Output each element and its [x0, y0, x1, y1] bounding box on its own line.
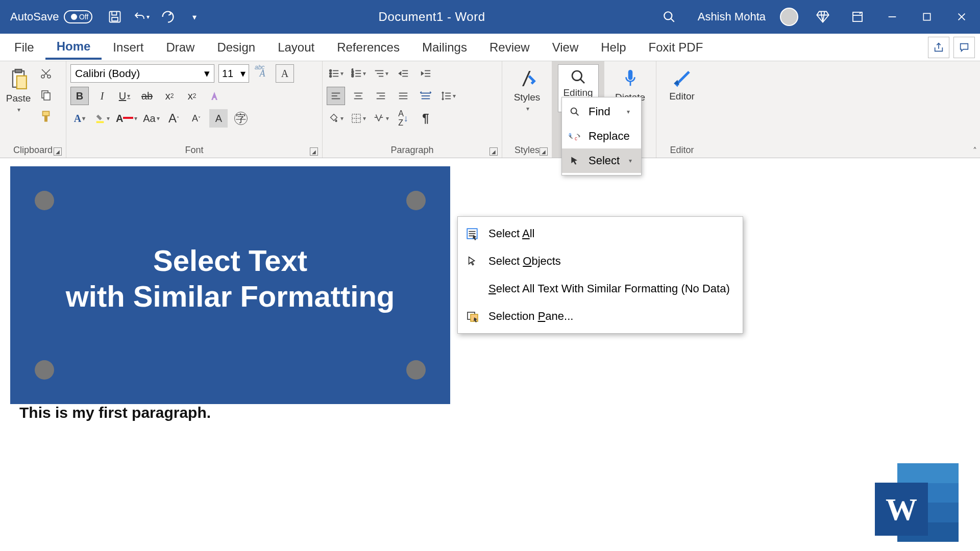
select-objects-item[interactable]: Select Objects	[458, 247, 743, 275]
svg-point-63	[572, 71, 582, 81]
svg-text:c: c	[575, 136, 577, 141]
autosave-state: Off	[79, 13, 88, 21]
autosave-switch[interactable]: Off	[64, 10, 92, 23]
bold-button[interactable]: B	[70, 87, 89, 105]
font-group-label: Font◢	[70, 143, 318, 157]
justify-icon[interactable]	[394, 87, 412, 105]
styles-button[interactable]: Styles ▾	[507, 64, 548, 115]
font-color-icon[interactable]: A▾	[115, 109, 138, 128]
highlight-icon[interactable]: ▾	[93, 109, 111, 128]
tab-layout[interactable]: Layout	[266, 36, 326, 59]
group-clipboard: Paste ▾ Clipboard◢	[0, 61, 66, 158]
asian-layout-icon[interactable]: ▾	[372, 109, 390, 128]
svg-line-68	[576, 113, 579, 116]
maximize-button[interactable]	[917, 7, 937, 27]
show-hide-icon[interactable]: ¶	[416, 109, 435, 128]
tab-mailings[interactable]: Mailings	[411, 36, 478, 59]
italic-button[interactable]: I	[93, 87, 111, 105]
borders-icon[interactable]: ▾	[349, 109, 368, 128]
distributed-icon[interactable]	[416, 87, 435, 105]
subscript-button[interactable]: x2	[160, 87, 179, 105]
select-menu-item[interactable]: Select ▾	[562, 148, 641, 173]
selection-pane-item[interactable]: Selection Pane...	[458, 303, 743, 330]
tab-review[interactable]: Review	[478, 36, 541, 59]
sort-icon[interactable]: AZ↓	[394, 109, 412, 128]
styles-launcher[interactable]: ◢	[540, 147, 548, 156]
redo-icon[interactable]	[160, 9, 176, 25]
superscript-button[interactable]: x2	[183, 87, 201, 105]
styles-group-label: Styles◢	[506, 143, 548, 157]
grow-font-icon[interactable]: A˄	[164, 109, 183, 128]
tab-file[interactable]: File	[3, 36, 45, 59]
ribbon-display-icon[interactable]	[847, 7, 868, 27]
share-button[interactable]	[928, 37, 949, 58]
blank-icon	[465, 282, 479, 296]
font-name-combo[interactable]: Calibri (Body)▾	[70, 64, 214, 83]
tab-insert[interactable]: Insert	[102, 36, 155, 59]
text-effects-icon[interactable]	[205, 87, 224, 105]
select-all-item[interactable]: Select All	[458, 220, 743, 247]
banner-dot-icon	[35, 360, 54, 380]
format-painter-icon[interactable]	[37, 107, 55, 126]
decrease-indent-icon[interactable]	[394, 64, 412, 83]
align-center-icon[interactable]	[349, 87, 368, 105]
shading-icon[interactable]: ▾	[327, 109, 345, 128]
editor-button[interactable]: Editor	[662, 64, 702, 105]
align-left-icon[interactable]	[327, 87, 345, 105]
replace-menu-item[interactable]: ac Replace	[562, 124, 641, 148]
user-avatar[interactable]	[780, 8, 798, 26]
tab-references[interactable]: References	[326, 36, 411, 59]
banner-dot-icon	[406, 360, 426, 380]
document-paragraph[interactable]: This is my first paragraph.	[19, 404, 211, 421]
collapse-ribbon-icon[interactable]: ˄	[973, 146, 977, 156]
svg-rect-1	[112, 17, 118, 21]
title-bar: AutoSave Off ▾ ▾ Document1 - Word Ashish…	[0, 0, 980, 34]
increase-indent-icon[interactable]	[416, 64, 435, 83]
comments-button[interactable]	[953, 37, 975, 58]
group-styles: Styles ▾ Styles◢	[502, 61, 552, 158]
svg-rect-17	[44, 93, 50, 100]
bullets-icon[interactable]: ▾	[327, 64, 345, 83]
minimize-button[interactable]	[882, 7, 902, 27]
undo-icon[interactable]: ▾	[133, 9, 150, 25]
character-border-icon[interactable]: A	[276, 64, 294, 83]
clear-formatting-icon[interactable]: abcA	[253, 64, 272, 83]
multilevel-list-icon[interactable]: ▾	[372, 64, 390, 83]
font-launcher[interactable]: ◢	[310, 147, 318, 156]
underline-button[interactable]: U▾	[115, 87, 134, 105]
svg-text:3: 3	[352, 73, 354, 78]
find-menu-item[interactable]: Find ▾	[562, 99, 641, 124]
change-case-icon[interactable]: Aa▾	[142, 109, 160, 128]
line-spacing-icon[interactable]: ▾	[439, 87, 457, 105]
shrink-font-icon[interactable]: A˅	[187, 109, 205, 128]
diamond-icon[interactable]	[813, 7, 833, 27]
tab-view[interactable]: View	[541, 36, 590, 59]
paragraph-launcher[interactable]: ◢	[489, 147, 498, 156]
save-icon[interactable]	[107, 9, 123, 25]
search-icon[interactable]	[661, 9, 677, 25]
copy-icon[interactable]	[37, 86, 55, 104]
enclose-characters-icon[interactable]: 字	[232, 109, 250, 128]
ribbon-tabs: File Home Insert Draw Design Layout Refe…	[0, 34, 980, 61]
autosave-toggle[interactable]: AutoSave Off	[10, 10, 92, 23]
tab-design[interactable]: Design	[206, 36, 266, 59]
tab-home[interactable]: Home	[45, 35, 102, 60]
tab-foxit-pdf[interactable]: Foxit PDF	[638, 36, 715, 59]
close-button[interactable]	[951, 7, 972, 27]
paste-button[interactable]: Paste ▾	[4, 64, 33, 116]
svg-point-2	[664, 12, 672, 19]
cut-icon[interactable]	[37, 64, 55, 83]
text-fill-icon[interactable]: A▾	[70, 109, 89, 128]
character-shading-icon[interactable]: A	[209, 109, 228, 128]
tab-draw[interactable]: Draw	[155, 36, 206, 59]
numbering-icon[interactable]: 123▾	[349, 64, 368, 83]
align-right-icon[interactable]	[372, 87, 390, 105]
customize-qat-icon[interactable]: ▾	[186, 9, 203, 25]
font-size-combo[interactable]: 11▾	[218, 64, 249, 83]
tab-help[interactable]: Help	[590, 36, 637, 59]
word-logo-letter: W	[875, 483, 928, 536]
strikethrough-button[interactable]: ab	[138, 87, 156, 105]
editing-dropdown: Find ▾ ac Replace Select ▾	[561, 97, 642, 176]
select-similar-formatting-item[interactable]: Select All Text With Similar Formatting …	[458, 275, 743, 303]
clipboard-launcher[interactable]: ◢	[54, 147, 62, 156]
